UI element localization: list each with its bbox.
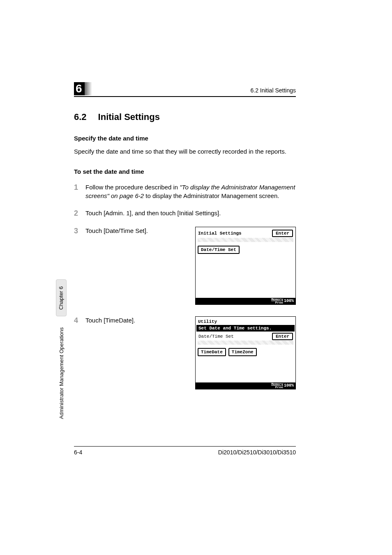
chapter-fade xyxy=(85,82,92,95)
step-1: 1 Follow the procedure described in "To … xyxy=(74,183,296,200)
lcd2-instruction-bar: Set Date and Time settings. xyxy=(196,325,295,332)
page-footer: 6-4 Di2010/Di2510/Di3010/Di3510 xyxy=(74,446,296,456)
lcd2-title: Utility xyxy=(198,319,217,324)
lcd1-title: Initial Settings xyxy=(198,231,242,236)
step-3-number: 3 xyxy=(74,227,80,305)
step-4-body: Touch [TimeDate]. xyxy=(85,316,189,389)
step-2-body: Touch [Admin. 1], and then touch [Initia… xyxy=(85,209,296,217)
lcd2-subtitle: Date/Time Set xyxy=(198,334,234,339)
step-list: 1 Follow the procedure described in "To … xyxy=(74,183,296,389)
step-3-row: 3 Touch [Date/Time Set]. Initial Setting… xyxy=(74,227,296,305)
chapter-indicator: 6 xyxy=(74,82,92,95)
lcd1-datetime-set-button[interactable]: Date/Time Set xyxy=(198,246,240,254)
footer-model-list: Di2010/Di2510/Di3010/Di3510 xyxy=(218,449,296,456)
lcd-screen-initial-settings: Initial Settings Enter Date/Time Set Mem… xyxy=(195,227,296,305)
header-section-label: 6.2 Initial Settings xyxy=(250,87,296,95)
footer-page-number: 6-4 xyxy=(74,449,82,456)
lcd2-timedate-button[interactable]: TimeDate xyxy=(198,348,226,356)
section-title: Initial Settings xyxy=(98,112,160,122)
lcd1-enter-button[interactable]: Enter xyxy=(272,230,293,237)
chapter-side-tab-label: Chapter 6 xyxy=(58,286,65,309)
page-content: 6 6.2 Initial Settings 6.2 Initial Setti… xyxy=(74,82,296,401)
lcd2-enter-button[interactable]: Enter xyxy=(272,333,293,340)
page-header: 6 6.2 Initial Settings xyxy=(74,82,296,97)
section-number: 6.2 xyxy=(74,112,87,122)
chapter-side-tab: Chapter 6 xyxy=(56,279,67,316)
step-1-post: to display the Administrator Management … xyxy=(144,192,279,199)
step-2: 2 Touch [Admin. 1], and then touch [Init… xyxy=(74,209,296,218)
step-4-row: 4 Touch [TimeDate]. Utility Set Date and… xyxy=(74,316,296,389)
lcd2-divider xyxy=(198,341,293,345)
lcd1-memory-pct: 100% xyxy=(284,299,294,303)
lcd1-footer: Memory Free 100% xyxy=(196,298,295,304)
lcd-screen-utility: Utility Set Date and Time settings. Date… xyxy=(195,316,296,389)
step-4-number: 4 xyxy=(74,316,80,389)
step-1-pre: Follow the procedure described in xyxy=(85,184,180,191)
body-specify: Specify the date and time so that they w… xyxy=(74,147,296,156)
step-1-body: Follow the procedure described in "To di… xyxy=(85,183,296,200)
lcd2-timezone-button[interactable]: TimeZone xyxy=(228,348,257,356)
subheading-specify: Specify the date and time xyxy=(74,135,296,142)
section-heading: 6.2 Initial Settings xyxy=(74,112,296,122)
lcd2-memory-pct: 100% xyxy=(284,383,294,388)
lcd1-divider xyxy=(198,238,293,242)
step-2-number: 2 xyxy=(74,209,80,218)
lcd2-footer: Memory Free 100% xyxy=(196,382,295,389)
chapter-number: 6 xyxy=(74,82,85,95)
lcd2-memory-label: Memory Free xyxy=(271,382,283,389)
step-1-number: 1 xyxy=(74,183,80,192)
step-3-body: Touch [Date/Time Set]. xyxy=(85,227,189,305)
lcd1-memory-label: Memory Free xyxy=(271,298,283,304)
side-running-title: Administrator Management Operations xyxy=(58,327,65,419)
subheading-to-set: To set the date and time xyxy=(74,168,296,175)
